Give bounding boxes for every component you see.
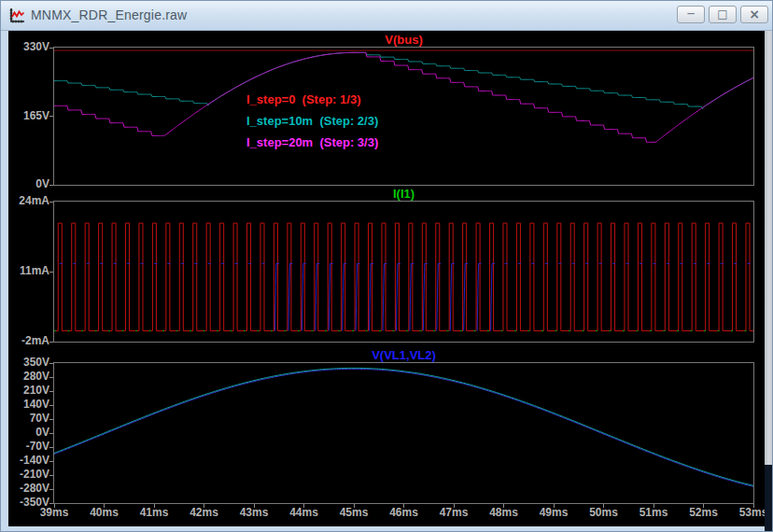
- y-tick-label: 350V: [8, 356, 49, 369]
- pane1-vbus-plot[interactable]: [53, 47, 754, 186]
- trace-i1-step3-istep20m: [54, 223, 753, 330]
- close-button[interactable]: ×: [740, 6, 768, 23]
- y-tick: [49, 489, 53, 490]
- pane2-trace-name[interactable]: I(I1): [54, 187, 753, 201]
- x-tick-label: 40ms: [82, 506, 127, 519]
- trace-vbus-step2-istep10m: [54, 52, 753, 108]
- y-tick: [49, 116, 53, 117]
- pane1-trace-name[interactable]: V(bus): [54, 33, 753, 47]
- legend-entry: I_step=10m (Step: 2/3): [246, 110, 378, 132]
- y-tick-label: -140V: [8, 454, 49, 467]
- y-tick-label: 11mA: [8, 264, 49, 277]
- pane2-waveforms: [54, 202, 753, 342]
- y-tick-label: 330V: [8, 40, 49, 53]
- y-tick-label: -210V: [8, 468, 49, 481]
- y-tick: [49, 363, 53, 364]
- y-tick-label: 70V: [8, 412, 49, 425]
- y-tick-label: 0V: [8, 426, 49, 439]
- y-tick-label: 280V: [8, 370, 49, 383]
- y-tick-label: -2mA: [8, 334, 49, 347]
- x-tick-label: 49ms: [531, 506, 576, 519]
- pane3-line-voltage-plot[interactable]: [53, 362, 754, 504]
- y-tick: [49, 503, 53, 504]
- legend-entry: I_step=20m (Step: 3/3): [246, 132, 378, 153]
- pane2-current-plot[interactable]: [53, 201, 754, 343]
- minimize-button[interactable]: ─: [677, 6, 705, 23]
- pane1-waveforms: [54, 48, 753, 185]
- x-tick-label: 41ms: [132, 506, 176, 519]
- y-tick-label: -70V: [8, 440, 49, 453]
- x-tick-label: 43ms: [232, 506, 276, 519]
- legend-entry: I_step=0 (Step: 1/3): [246, 89, 378, 110]
- mdi-background-corner: [765, 465, 773, 532]
- x-tick-label: 51ms: [631, 506, 676, 519]
- plot-client-area[interactable]: V(bus) I_step=0 (Step: 1/3)I_step=10m (S…: [8, 31, 765, 526]
- window-controls: ─ □ ×: [677, 6, 768, 23]
- x-tick-label: 45ms: [331, 506, 376, 519]
- x-tick-label: 50ms: [582, 506, 626, 519]
- x-tick-label: 47ms: [431, 506, 476, 519]
- trace-vbus-step3-istep20m: [54, 52, 753, 142]
- y-tick: [49, 419, 53, 420]
- x-tick-label: 46ms: [382, 506, 427, 519]
- trace-i1-step2-istep10m: [60, 263, 751, 330]
- y-tick-label: 140V: [8, 398, 49, 411]
- y-tick: [49, 447, 53, 448]
- y-tick: [49, 202, 53, 203]
- y-tick: [49, 391, 53, 392]
- title-bar[interactable]: MNMX_RDR_Energie.raw ─ □ ×: [1, 1, 773, 31]
- y-tick: [49, 48, 53, 49]
- x-tick-label: 39ms: [32, 506, 77, 519]
- y-tick: [49, 377, 53, 378]
- waveform-app-icon[interactable]: [8, 7, 25, 24]
- y-tick: [49, 475, 53, 476]
- step-legend: I_step=0 (Step: 1/3)I_step=10m (Step: 2/…: [246, 89, 378, 153]
- y-tick-label: 24mA: [8, 194, 49, 207]
- y-tick: [49, 272, 53, 273]
- y-tick-label: 210V: [8, 384, 49, 397]
- pane3-trace-name[interactable]: V(VL1,VL2): [54, 348, 753, 362]
- y-tick-label: -280V: [8, 482, 49, 495]
- y-tick: [49, 405, 53, 406]
- y-tick: [49, 461, 53, 462]
- y-tick: [49, 342, 53, 343]
- y-tick: [49, 185, 53, 186]
- ltspice-waveform-window: MNMX_RDR_Energie.raw ─ □ × V(bus) I_step…: [0, 0, 773, 532]
- y-tick: [49, 433, 53, 434]
- y-tick-label: 0V: [8, 177, 49, 190]
- x-tick-label: 48ms: [482, 506, 527, 519]
- trace-vl1vl2-understroke: [54, 369, 753, 486]
- x-tick-label: 42ms: [182, 506, 227, 519]
- y-tick-label: 165V: [8, 109, 49, 122]
- pane3-waveforms: [54, 363, 753, 503]
- trace-vl1vl2-all-steps: [54, 368, 753, 485]
- window-frame-bottom: [1, 526, 765, 532]
- mdi-edge-strip: [765, 31, 773, 465]
- maximize-button[interactable]: □: [709, 6, 737, 23]
- x-tick-label: 52ms: [682, 506, 726, 519]
- window-frame-left: [1, 31, 8, 532]
- window-title: MNMX_RDR_Energie.raw: [31, 7, 187, 22]
- x-tick-label: 44ms: [282, 506, 327, 519]
